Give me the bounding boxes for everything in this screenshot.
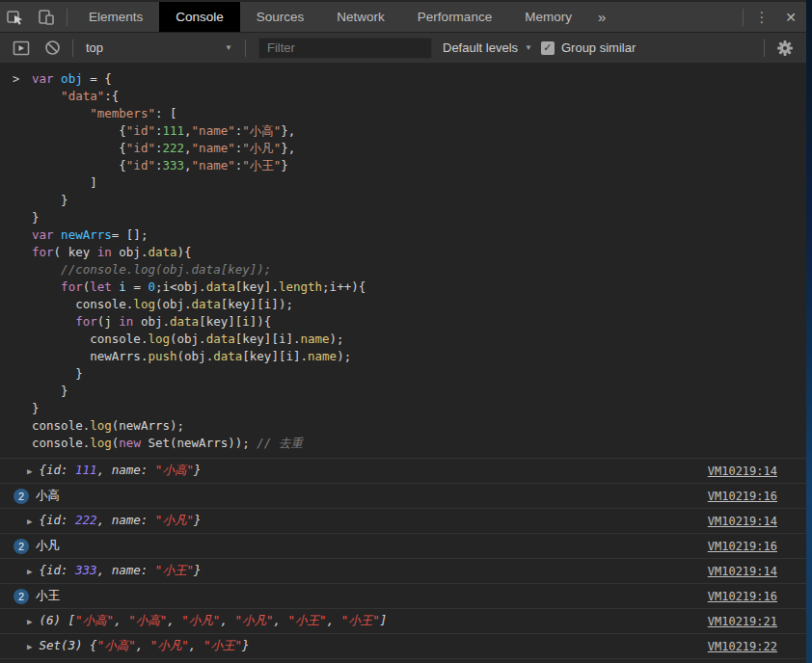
console-input-code-line: for( key in obj.data){ (0, 244, 806, 261)
source-location-link[interactable]: VM10219:14 (708, 565, 777, 578)
console-input-code-line: console.log(obj.data[key][i]); (0, 296, 806, 313)
chevron-down-icon: ▼ (225, 43, 232, 52)
devtools-main: ElementsConsoleSourcesNetworkPerformance… (0, 0, 806, 663)
console-toolbar: top ▼ Default levels ▼ ✓ Group similar (0, 32, 806, 63)
repeat-count-badge: 2 (14, 539, 29, 554)
more-tabs-button[interactable]: » (588, 2, 615, 32)
tabbar-spacer (615, 2, 738, 32)
console-input-code-line: newArrs.push(obj.data[key][i].name); (0, 348, 806, 365)
tab-network[interactable]: Network (320, 2, 401, 32)
console-sidebar-toggle-icon[interactable] (6, 40, 37, 57)
console-input-code-line: {"id":333,"name":"小王"} (0, 157, 806, 174)
console-input-code-line: {"id":222,"name":"小凡"}, (0, 140, 806, 157)
console-input-code-line: } (0, 209, 806, 226)
console-input-code-line: //console.log(obj.data[key]); (0, 261, 806, 278)
console-input-code-line: for(j in obj.data[key][i]){ (0, 313, 806, 331)
console-command-code: var obj = { "data":{ "members": [ {"id":… (0, 70, 806, 452)
device-toolbar-icon[interactable] (31, 2, 62, 32)
page-edge-strip (806, 0, 812, 663)
tab-strip: ElementsConsoleSourcesNetworkPerformance… (72, 2, 588, 32)
console-input-code-line: } (0, 400, 806, 417)
source-location-link[interactable]: VM10219:16 (708, 590, 777, 603)
source-location-link[interactable]: VM10219:22 (708, 640, 777, 653)
console-messages: ▶{id: 111, name: "小高"}VM10219:142小高VM102… (0, 458, 806, 663)
kebab-menu-icon[interactable]: ⋮ (748, 2, 775, 32)
log-levels-dropdown[interactable]: Default levels ▼ (443, 40, 532, 55)
console-input-code-line: for(let i = 0;i<obj.data[key].length;i++… (0, 278, 806, 296)
console-log-row: 2小凡VM10219:16 (0, 533, 806, 558)
console-input-code-line: console.log(newArrs); (0, 417, 806, 435)
inspect-element-icon[interactable] (0, 2, 31, 32)
tab-sources[interactable]: Sources (240, 2, 321, 32)
context-selector-value: top (86, 40, 103, 55)
console-input-code-line: console.log(new Set(newArrs)); // 去重 (0, 435, 806, 452)
console-input-code-line: ] (0, 174, 806, 192)
tab-performance[interactable]: Performance (401, 2, 508, 32)
console-log-row: 2小高VM10219:16 (0, 483, 806, 508)
expand-triangle-icon[interactable]: ▶ (27, 567, 32, 576)
console-preview-row: ▶{id: 111, name: "小高"}VM10219:14 (0, 458, 806, 483)
separator (245, 40, 246, 57)
console-input-code-line: var obj = { (0, 70, 806, 88)
tab-elements[interactable]: Elements (72, 2, 159, 32)
source-location-link[interactable]: VM10219:16 (708, 540, 777, 553)
object-preview: {id: 111, name: "小高"} (39, 463, 201, 479)
repeat-count-badge: 2 (14, 589, 29, 604)
console-input-code-line: console.log(obj.data[key][i].name); (0, 331, 806, 348)
group-similar-setting: ✓ Group similar (541, 40, 636, 55)
console-input-code-line: {"id":111,"name":"小高"}, (0, 122, 806, 140)
devtools-window: ElementsConsoleSourcesNetworkPerformance… (0, 0, 812, 663)
expand-triangle-icon[interactable]: ▶ (27, 617, 32, 626)
repeat-count-badge: 2 (14, 489, 29, 504)
console-output-area[interactable]: > var obj = { "data":{ "members": [ {"id… (0, 63, 806, 663)
object-preview: Set(3) {"小高", "小凡", "小王"} (39, 638, 249, 654)
console-prompt-icon: > (13, 72, 19, 86)
separator (743, 9, 744, 26)
context-selector[interactable]: top ▼ (78, 40, 240, 55)
close-devtools-button[interactable]: ✕ (775, 2, 806, 32)
console-result-row: ◀undefined (0, 658, 806, 663)
tab-memory[interactable]: Memory (508, 2, 588, 32)
expand-triangle-icon[interactable]: ▶ (27, 466, 32, 476)
devtools-tab-bar: ElementsConsoleSourcesNetworkPerformance… (0, 0, 806, 32)
separator (764, 40, 765, 57)
console-preview-row: ▶{id: 333, name: "小王"}VM10219:14 (0, 558, 806, 583)
separator (67, 9, 68, 26)
object-preview: {id: 222, name: "小凡"} (39, 513, 201, 529)
source-location-link[interactable]: VM10219:21 (708, 615, 777, 628)
log-message-text: 小凡 (36, 538, 60, 554)
object-preview: (6) ["小高", "小高", "小凡", "小凡", "小王", "小王"] (39, 613, 387, 629)
source-location-link[interactable]: VM10219:16 (708, 490, 777, 503)
console-log-row: 2小王VM10219:16 (0, 583, 806, 608)
console-input-code-line: } (0, 383, 806, 400)
console-command-block: > var obj = { "data":{ "members": [ {"id… (0, 63, 806, 458)
source-location-link[interactable]: VM10219:14 (708, 515, 777, 528)
object-preview: {id: 333, name: "小王"} (39, 563, 201, 579)
group-similar-checkbox[interactable]: ✓ (541, 41, 555, 55)
chevron-down-icon: ▼ (525, 43, 532, 52)
separator (72, 40, 73, 57)
expand-triangle-icon[interactable]: ▶ (27, 517, 32, 526)
console-preview-row: ▶{id: 222, name: "小凡"}VM10219:14 (0, 508, 806, 533)
settings-gear-icon[interactable] (770, 40, 800, 57)
log-levels-label: Default levels (443, 40, 518, 55)
console-input-code-line: } (0, 365, 806, 383)
console-input-code-line: } (0, 192, 806, 209)
log-message-text: 小王 (36, 588, 60, 604)
filter-input[interactable] (258, 38, 432, 59)
tab-console[interactable]: Console (159, 2, 240, 32)
console-preview-row: ▶(6) ["小高", "小高", "小凡", "小凡", "小王", "小王"… (0, 608, 806, 633)
source-location-link[interactable]: VM10219:14 (708, 464, 777, 478)
log-message-text: 小高 (36, 488, 60, 504)
expand-triangle-icon[interactable]: ▶ (27, 642, 32, 651)
console-preview-row: ▶Set(3) {"小高", "小凡", "小王"}VM10219:22 (0, 633, 806, 658)
console-input-code-line: "members": [ (0, 105, 806, 122)
console-input-code-line: "data":{ (0, 88, 806, 105)
console-input-code-line: var newArrs= []; (0, 226, 806, 244)
clear-console-icon[interactable] (37, 40, 68, 56)
group-similar-label: Group similar (561, 40, 636, 55)
